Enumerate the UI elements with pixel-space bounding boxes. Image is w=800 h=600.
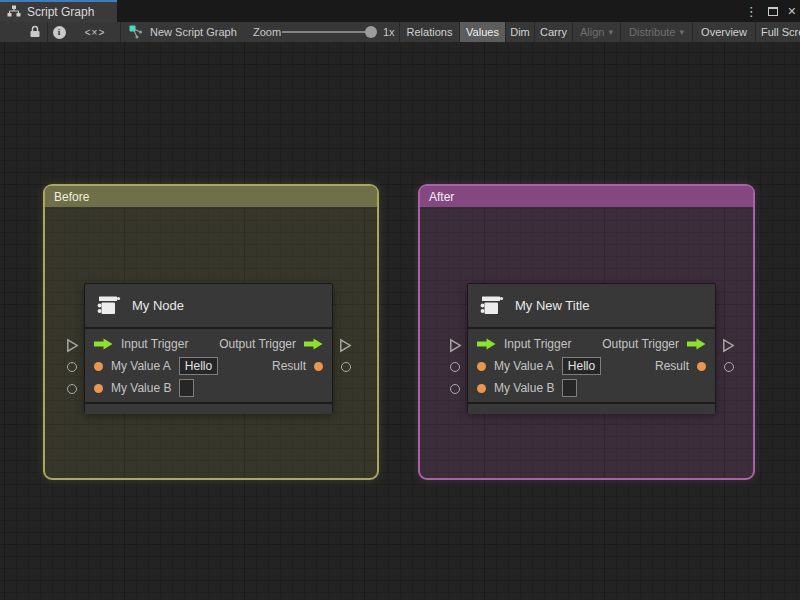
group-after-header[interactable]: After — [420, 186, 753, 207]
external-value-port[interactable] — [341, 362, 351, 372]
chevron-down-icon: ▾ — [608, 27, 613, 37]
port-label: Output Trigger — [219, 337, 296, 351]
graph-toolbar: i <×> New Script Graph Zoom 1x Relations… — [0, 22, 800, 42]
value-output-port-icon[interactable] — [314, 362, 323, 371]
value-a-field[interactable]: Hello — [179, 357, 218, 375]
distribute-dropdown[interactable]: Distribute ▾ — [620, 22, 692, 42]
node-header[interactable]: My Node — [85, 284, 332, 327]
value-input-port-icon[interactable] — [94, 384, 103, 393]
node-ports: Input Trigger Output Trigger My Value A … — [468, 329, 715, 399]
port-row: My Value B — [468, 377, 715, 399]
tab-script-graph[interactable]: Script Graph — [0, 0, 117, 22]
value-input-port-icon[interactable] — [477, 384, 486, 393]
script-graph-icon — [7, 5, 21, 20]
exec-input-port-icon[interactable] — [477, 338, 496, 350]
chevron-down-icon: ▾ — [679, 27, 684, 37]
zoom-label: Zoom — [253, 22, 281, 42]
full-screen-button[interactable]: Full Screen — [755, 22, 800, 42]
group-before-header[interactable]: Before — [45, 186, 377, 207]
value-output-port-icon[interactable] — [697, 362, 706, 371]
port-row: My Value A Hello Result — [468, 355, 715, 377]
lock-icon — [29, 25, 41, 40]
external-exec-output-port[interactable] — [722, 338, 735, 353]
graph-name-label: New Script Graph — [150, 22, 237, 42]
toolbar-separator — [120, 22, 121, 42]
zoom-slider-handle[interactable] — [365, 26, 377, 38]
align-dropdown[interactable]: Align ▾ — [572, 22, 620, 42]
zoom-slider-track[interactable] — [282, 31, 370, 33]
node-my-node[interactable]: My Node Input Trigger Output Trigger — [84, 283, 333, 413]
port-label: My Value B — [111, 381, 171, 395]
group-label: After — [429, 190, 454, 204]
node-ports: Input Trigger Output Trigger My Value A … — [85, 329, 332, 399]
graph-canvas[interactable]: Before After My Node — [0, 42, 800, 600]
port-label: Input Trigger — [121, 337, 188, 351]
overview-button[interactable]: Overview — [692, 22, 755, 42]
node-footer — [468, 404, 715, 414]
external-value-port[interactable] — [724, 362, 734, 372]
node-footer — [85, 404, 332, 414]
port-label: My Value B — [494, 381, 554, 395]
close-icon[interactable]: × — [788, 4, 796, 18]
value-b-field[interactable] — [179, 379, 194, 397]
exec-output-port-icon[interactable] — [304, 338, 323, 350]
port-row: My Value A Hello Result — [85, 355, 332, 377]
align-label: Align — [580, 26, 604, 38]
port-label: Result — [655, 359, 689, 373]
code-view-icon: <×> — [85, 27, 106, 38]
port-label: My Value A — [111, 359, 171, 373]
node-header[interactable]: My New Title — [468, 284, 715, 327]
node-title: My New Title — [515, 298, 589, 313]
value-b-field[interactable] — [562, 379, 577, 397]
code-view-button[interactable]: <×> — [70, 22, 120, 42]
external-value-port[interactable] — [67, 362, 77, 372]
maximize-icon[interactable] — [768, 7, 778, 16]
tab-bar: Script Graph ⋮ × — [0, 0, 800, 22]
port-row: My Value B — [85, 377, 332, 399]
value-a-field[interactable]: Hello — [562, 357, 601, 375]
values-button[interactable]: Values — [459, 22, 505, 42]
external-value-port[interactable] — [67, 384, 77, 394]
port-label: Input Trigger — [504, 337, 571, 351]
port-label: My Value A — [494, 359, 554, 373]
port-label: Output Trigger — [602, 337, 679, 351]
zoom-value: 1x — [383, 22, 395, 42]
external-value-port[interactable] — [450, 384, 460, 394]
external-exec-input-port[interactable] — [66, 338, 79, 353]
group-label: Before — [54, 190, 89, 204]
relations-button[interactable]: Relations — [399, 22, 459, 42]
unit-icon — [478, 291, 505, 321]
info-icon: i — [53, 26, 66, 39]
port-row: Input Trigger Output Trigger — [85, 333, 332, 355]
exec-input-port-icon[interactable] — [94, 338, 113, 350]
unit-icon — [95, 291, 122, 321]
carry-button[interactable]: Carry — [534, 22, 572, 42]
info-button[interactable]: i — [48, 22, 70, 42]
node-title: My Node — [132, 298, 184, 313]
port-label: Result — [272, 359, 306, 373]
value-input-port-icon[interactable] — [94, 362, 103, 371]
kebab-menu-icon[interactable]: ⋮ — [745, 5, 758, 18]
node-my-new-title[interactable]: My New Title Input Trigger Output Trigge… — [467, 283, 716, 413]
dim-button[interactable]: Dim — [505, 22, 534, 42]
distribute-label: Distribute — [629, 26, 675, 38]
external-exec-output-port[interactable] — [339, 338, 352, 353]
exec-output-port-icon[interactable] — [687, 338, 706, 350]
external-value-port[interactable] — [450, 362, 460, 372]
window-controls: ⋮ × — [745, 0, 800, 22]
new-graph-icon — [128, 22, 144, 42]
value-input-port-icon[interactable] — [477, 362, 486, 371]
port-row: Input Trigger Output Trigger — [468, 333, 715, 355]
lock-button[interactable] — [24, 22, 46, 42]
tab-label: Script Graph — [27, 5, 94, 19]
external-exec-input-port[interactable] — [449, 338, 462, 353]
